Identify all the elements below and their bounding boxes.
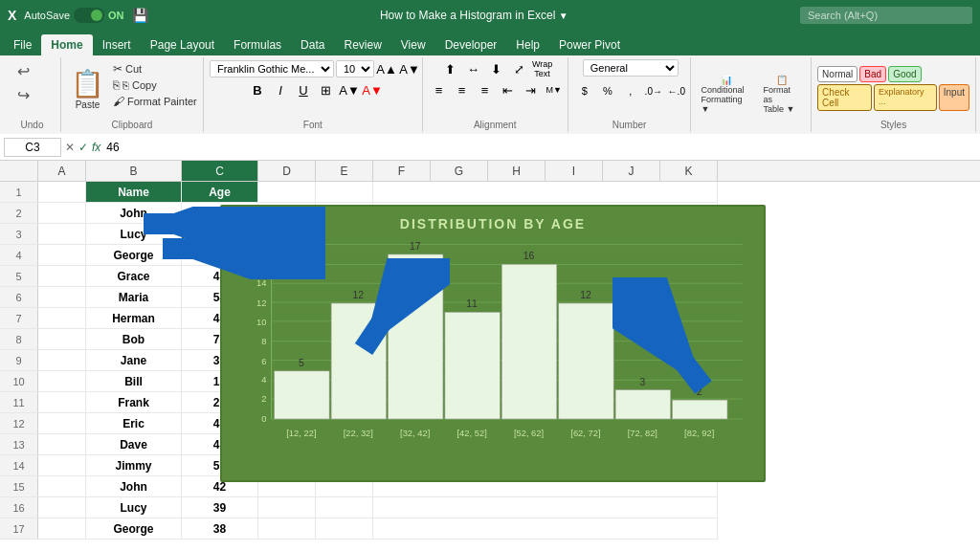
font-name-select[interactable]: Franklin Gothic Me... — [210, 60, 334, 77]
cell-c17[interactable]: 38 — [182, 518, 258, 540]
undo-button[interactable]: ↩ — [10, 59, 36, 82]
cell-d17[interactable] — [258, 518, 316, 540]
cell-e1[interactable] — [316, 182, 373, 203]
style-bad[interactable]: Bad — [859, 66, 886, 82]
tab-pagelayout[interactable]: Page Layout — [141, 34, 224, 55]
col-header-k[interactable]: K — [660, 161, 718, 181]
align-center-button[interactable]: ≡ — [452, 80, 473, 99]
cell-b16[interactable]: Lucy — [86, 497, 182, 518]
formula-cancel-icon[interactable]: ✕ — [65, 141, 75, 154]
cell-b8[interactable]: Bob — [86, 329, 182, 350]
italic-button[interactable]: I — [270, 80, 291, 99]
cell-a1[interactable] — [38, 182, 86, 203]
comma-button[interactable]: % — [597, 81, 618, 100]
cell-b12[interactable]: Eric — [86, 413, 182, 434]
autosave-toggle[interactable] — [74, 8, 104, 23]
cell-b13[interactable]: Dave — [86, 434, 182, 455]
cell-b5[interactable]: Grace — [86, 266, 182, 287]
cell-a14[interactable] — [38, 455, 86, 476]
cell-b17[interactable]: George — [86, 518, 182, 540]
col-header-a[interactable]: A — [38, 161, 86, 181]
col-header-e[interactable]: E — [316, 161, 373, 181]
border-button[interactable]: ⊞ — [316, 80, 337, 99]
col-header-g[interactable]: G — [431, 161, 488, 181]
cell-b3[interactable]: Lucy — [86, 224, 182, 245]
cell-a17[interactable] — [38, 518, 86, 540]
tab-help[interactable]: Help — [506, 34, 549, 55]
bold-button[interactable]: B — [247, 80, 268, 99]
align-bottom-button[interactable]: ⬇ — [486, 59, 507, 78]
font-size-select[interactable]: 10 — [336, 60, 374, 77]
format-as-table-button[interactable]: 📋 Format asTable ▼ — [760, 73, 806, 116]
col-header-d[interactable]: D — [258, 161, 316, 181]
cell-a6[interactable] — [38, 287, 86, 308]
tab-developer[interactable]: Developer — [435, 34, 507, 55]
style-input[interactable]: Input — [939, 84, 969, 111]
number-format-select[interactable]: General Number Currency Percentage — [583, 59, 679, 77]
style-check-cell[interactable]: Check Cell — [817, 84, 872, 111]
col-header-i[interactable]: I — [546, 161, 603, 181]
fill-color-button[interactable]: A▼ — [339, 80, 360, 99]
align-middle-button[interactable]: ↔ — [463, 59, 484, 78]
cell-a3[interactable] — [38, 224, 86, 245]
cut-button[interactable]: ✂ Cut — [110, 61, 200, 77]
align-left-button[interactable]: ≡ — [429, 80, 450, 99]
wrap-text-button[interactable]: Wrap Text — [532, 59, 553, 78]
paste-button[interactable]: 📋 Paste — [67, 59, 108, 118]
cell-b10[interactable]: Bill — [86, 371, 182, 392]
style-normal[interactable]: Normal — [817, 66, 858, 82]
cell-b4[interactable]: George — [86, 245, 182, 266]
increase-indent-button[interactable]: ⇥ — [521, 80, 542, 99]
cell-b7[interactable]: Herman — [86, 308, 182, 329]
orientation-button[interactable]: ⤢ — [509, 59, 530, 78]
cell-d16[interactable] — [258, 497, 316, 518]
tab-view[interactable]: View — [391, 34, 435, 55]
percent-button[interactable]: $ — [574, 81, 595, 100]
cell-fk16[interactable] — [373, 497, 718, 518]
style-good[interactable]: Good — [888, 66, 921, 82]
cell-b15[interactable]: John — [86, 476, 182, 497]
cell-a12[interactable] — [38, 413, 86, 434]
cell-b11[interactable]: Frank — [86, 392, 182, 413]
cell-a2[interactable] — [38, 203, 86, 224]
cell-reference-input[interactable] — [4, 138, 61, 157]
decimal-increase-button[interactable]: .0→ — [643, 81, 664, 100]
cell-b14[interactable]: Jimmy — [86, 455, 182, 476]
cell-b9[interactable]: Jane — [86, 350, 182, 371]
redo-button[interactable]: ↪ — [10, 83, 36, 106]
cell-fk1[interactable] — [373, 182, 718, 203]
col-header-h[interactable]: H — [488, 161, 546, 181]
thousand-button[interactable]: , — [620, 81, 641, 100]
cell-a7[interactable] — [38, 308, 86, 329]
search-input[interactable] — [800, 7, 972, 24]
cell-e17[interactable] — [316, 518, 373, 540]
align-top-button[interactable]: ⬆ — [440, 59, 461, 78]
align-right-button[interactable]: ≡ — [475, 80, 496, 99]
cell-e16[interactable] — [316, 497, 373, 518]
conditional-formatting-button[interactable]: 📊 ConditionalFormatting ▼ — [697, 73, 755, 116]
save-button[interactable]: 💾 — [132, 8, 148, 23]
cell-b2[interactable]: John — [86, 203, 182, 224]
cell-a10[interactable] — [38, 371, 86, 392]
decrease-indent-button[interactable]: ⇤ — [498, 80, 519, 99]
font-decrease-button[interactable]: A▼ — [399, 59, 420, 78]
tab-formulas[interactable]: Formulas — [224, 34, 291, 55]
style-explanatory[interactable]: Explanatory ... — [874, 84, 937, 111]
cell-a16[interactable] — [38, 497, 86, 518]
underline-button[interactable]: U — [293, 80, 314, 99]
tab-home[interactable]: Home — [41, 34, 92, 55]
cell-a8[interactable] — [38, 329, 86, 350]
tab-file[interactable]: File — [4, 34, 41, 55]
copy-button[interactable]: ⎘ ⎘ Copy — [110, 77, 200, 93]
col-header-c[interactable]: C — [182, 161, 258, 181]
tab-data[interactable]: Data — [291, 34, 334, 55]
tab-insert[interactable]: Insert — [93, 34, 141, 55]
cell-b1[interactable]: Name — [86, 182, 182, 203]
cell-a4[interactable] — [38, 245, 86, 266]
font-increase-button[interactable]: A▲ — [376, 59, 397, 78]
merge-center-button[interactable]: M▼ — [544, 80, 565, 99]
col-header-b[interactable]: B — [86, 161, 182, 181]
col-header-f[interactable]: F — [373, 161, 431, 181]
cell-fk17[interactable] — [373, 518, 718, 540]
cell-b6[interactable]: Maria — [86, 287, 182, 308]
